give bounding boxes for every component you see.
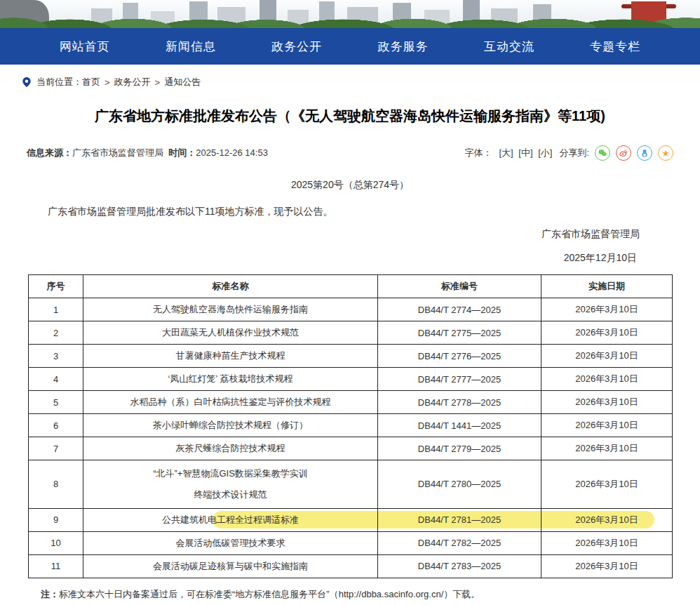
table-row: 1 无人驾驶航空器海岛快件运输服务指南 DB44/T 2774—2025 202… xyxy=(29,298,673,321)
table-row: 5 水稻品种（系）白叶枯病抗性鉴定与评价技术规程 DB44/T 2778—202… xyxy=(29,391,673,414)
share-weibo-icon[interactable] xyxy=(616,145,631,161)
share-qzone-icon[interactable]: ★ xyxy=(658,145,673,161)
table-row: 10 会展活动低碳管理技术要求 DB44/T 2782—2025 2026年3月… xyxy=(29,531,673,554)
font-size-label: 字体： xyxy=(464,147,492,159)
cell-standard-name: 公共建筑机电工程全过程调适标准 xyxy=(83,508,378,531)
cell-implement-date: 2026年3月10日 xyxy=(541,298,673,321)
standards-table-body: 1 无人驾驶航空器海岛快件运输服务指南 DB44/T 2774—2025 202… xyxy=(29,298,673,578)
breadcrumb-home[interactable]: 首页 xyxy=(82,76,100,88)
font-size-small[interactable]: [小] xyxy=(538,147,552,158)
table-header-row: 序号 标准名称 标准编号 实施日期 xyxy=(29,275,673,298)
cell-standard-name: 水稻品种（系）白叶枯病抗性鉴定与评价技术规程 xyxy=(83,391,378,414)
breadcrumb-separator: > xyxy=(105,77,110,88)
cell-implement-date: 2026年3月10日 xyxy=(541,321,673,345)
main-nav: 网站首页 新闻信息 政务公开 政务服务 互动交流 专题专栏 xyxy=(0,28,700,65)
table-row: 4 ‘凤山红灯笼’ 荔枝栽培技术规程 DB44/T 2777—2025 2026… xyxy=(29,368,673,391)
cell-standard-code: DB44/T 2777—2025 xyxy=(378,368,541,391)
cell-implement-date: 2026年3月10日 xyxy=(541,437,673,460)
cell-no: 7 xyxy=(29,437,83,460)
cell-standard-name: 会展活动低碳管理技术要求 xyxy=(83,531,378,554)
document-number: 2025第20号（总第274号） xyxy=(0,179,700,192)
cell-standard-name: 茶小绿叶蝉综合防控技术规程（修订） xyxy=(83,414,378,437)
breadcrumb-gov-open[interactable]: 政务公开 xyxy=(114,76,151,88)
banner-trees xyxy=(0,17,700,28)
time-label: 时间： xyxy=(168,147,196,158)
cell-no: 5 xyxy=(29,391,83,414)
cell-implement-date: 2026年3月10日 xyxy=(541,531,673,554)
standards-table: 序号 标准名称 标准编号 实施日期 1 无人驾驶航空器海岛快件运输服务指南 DB… xyxy=(28,274,673,578)
note-text: 标准文本六十日内备案通过后，可在标准委“地方标准信息服务平台”（http://d… xyxy=(59,589,480,599)
cell-standard-code: DB44/T 2782—2025 xyxy=(378,531,541,554)
issue-date: 2025年12月10日 xyxy=(0,252,637,265)
source-label: 信息来源： xyxy=(27,147,72,158)
cell-no: 8 xyxy=(29,460,83,509)
cell-no: 10 xyxy=(29,531,83,554)
nav-item-gov-service[interactable]: 政务服务 xyxy=(378,39,429,55)
note-label: 注： xyxy=(41,589,59,599)
cell-implement-date: 2026年3月10日 xyxy=(541,414,673,437)
nav-item-news[interactable]: 新闻信息 xyxy=(166,39,216,55)
cell-no: 3 xyxy=(29,345,83,368)
table-row: 9 公共建筑机电工程全过程调适标准 DB44/T 2781—2025 2026年… xyxy=(29,508,673,531)
cell-implement-date: 2026年3月10日 xyxy=(541,391,673,414)
share-wechat-icon[interactable] xyxy=(595,145,610,161)
cell-standard-name: “北斗”+智慧物流GIS数据采集教学实训 终端技术设计规范 xyxy=(83,460,378,509)
font-size-large[interactable]: [大] xyxy=(499,147,513,158)
cell-implement-date: 2026年3月10日 xyxy=(541,554,673,578)
header-name: 标准名称 xyxy=(83,275,378,298)
cell-standard-code: DB44/T 2783—2025 xyxy=(378,554,541,578)
table-row: 8 “北斗”+智慧物流GIS数据采集教学实训 终端技术设计规范 DB44/T 2… xyxy=(29,460,673,509)
nav-item-gov-open[interactable]: 政务公开 xyxy=(271,39,322,55)
breadcrumb-notice[interactable]: 通知公告 xyxy=(164,76,201,88)
cell-no: 2 xyxy=(29,321,83,345)
cell-no: 1 xyxy=(29,298,83,321)
source-value: 广东省市场监督管理局 xyxy=(72,147,163,158)
breadcrumb-label: 当前位置： xyxy=(36,76,82,88)
cell-no: 9 xyxy=(29,508,83,531)
font-size-medium[interactable]: [中] xyxy=(518,147,532,158)
cell-standard-code: DB44/T 2774—2025 xyxy=(378,298,541,321)
cell-standard-name: 甘薯健康种苗生产技术规程 xyxy=(83,345,378,368)
cell-standard-code: DB44/T 2781—2025 xyxy=(378,508,541,531)
cell-standard-name: ‘凤山红灯笼’ 荔枝栽培技术规程 xyxy=(83,368,378,391)
cell-standard-code: DB44/T 2775—2025 xyxy=(378,321,541,345)
font-size-controls: [大] [中] [小] xyxy=(497,147,553,159)
cell-standard-name: 会展活动碳足迹核算与碳中和实施指南 xyxy=(83,554,378,578)
cell-standard-code: DB44/T 2780—2025 xyxy=(378,460,541,509)
nav-item-home[interactable]: 网站首页 xyxy=(60,39,110,55)
cell-implement-date: 2026年3月10日 xyxy=(541,508,673,531)
cell-no: 11 xyxy=(29,554,83,578)
location-pin-icon xyxy=(21,77,32,88)
cell-standard-code: DB44/T 2779—2025 xyxy=(378,437,541,460)
table-row: 2 大田蔬菜无人机植保作业技术规范 DB44/T 2775—2025 2026年… xyxy=(29,321,673,345)
announcement-body: 广东省市场监督管理局批准发布以下11项地方标准，现予以公告。 xyxy=(28,206,672,218)
table-row: 11 会展活动碳足迹核算与碳中和实施指南 DB44/T 2783—2025 20… xyxy=(29,554,673,578)
cell-implement-date: 2026年3月10日 xyxy=(541,345,673,368)
cell-standard-name: 灰茶尺蠖综合防控技术规程 xyxy=(83,437,378,460)
header-no: 序号 xyxy=(29,275,83,298)
nav-item-special[interactable]: 专题专栏 xyxy=(590,39,640,55)
time-value: 2025-12-26 14:53 xyxy=(196,147,268,158)
cell-standard-name: 大田蔬菜无人机植保作业技术规范 xyxy=(83,321,378,345)
table-row: 3 甘薯健康种苗生产技术规程 DB44/T 2776—2025 2026年3月1… xyxy=(29,345,673,368)
meta-source-time: 信息来源：广东省市场监督管理局 时间：2025-12-26 14:53 xyxy=(27,147,268,159)
cell-standard-code: DB44/T 1441—2025 xyxy=(378,414,541,437)
nav-item-interaction[interactable]: 互动交流 xyxy=(484,39,534,55)
cell-standard-code: DB44/T 2776—2025 xyxy=(378,345,541,368)
breadcrumb-separator: > xyxy=(155,77,161,88)
share-qq-icon[interactable] xyxy=(637,145,652,161)
header-banner xyxy=(0,0,700,28)
standards-table-wrapper: 序号 标准名称 标准编号 实施日期 1 无人驾驶航空器海岛快件运输服务指南 DB… xyxy=(28,274,672,578)
table-row: 7 灰茶尺蠖综合防控技术规程 DB44/T 2779—2025 2026年3月1… xyxy=(29,437,673,460)
header-code: 标准编号 xyxy=(378,275,541,298)
share-label: 分享到: xyxy=(559,147,589,159)
issuer-name: 广东省市场监督管理局 xyxy=(0,228,640,241)
article-meta: 信息来源：广东省市场监督管理局 时间：2025-12-26 14:53 字体： … xyxy=(27,145,673,161)
cell-implement-date: 2026年3月10日 xyxy=(541,368,673,391)
cell-standard-name: 无人驾驶航空器海岛快件运输服务指南 xyxy=(83,298,378,321)
cell-implement-date: 2026年3月10日 xyxy=(541,460,673,509)
cell-no: 4 xyxy=(29,368,83,391)
meta-tools: 字体： [大] [中] [小] 分享到: ★ xyxy=(464,145,673,161)
cell-no: 6 xyxy=(29,414,83,437)
table-row: 6 茶小绿叶蝉综合防控技术规程（修订） DB44/T 1441—2025 202… xyxy=(29,414,673,437)
